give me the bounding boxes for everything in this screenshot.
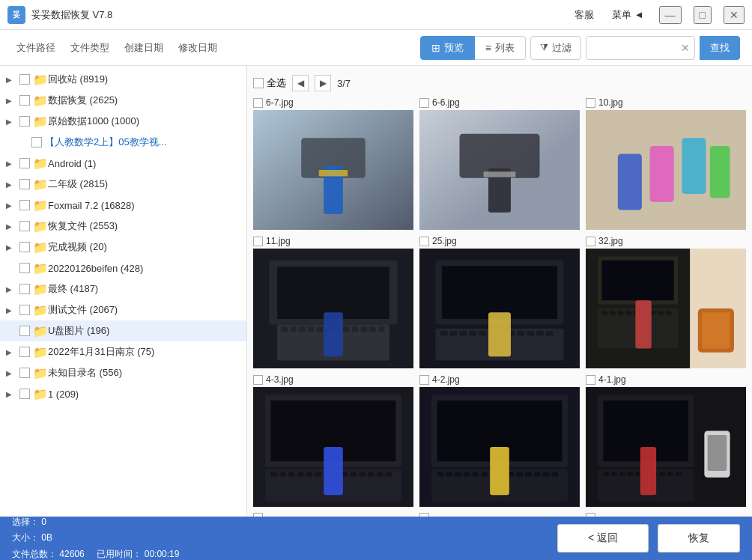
search-input[interactable] [586,42,676,53]
svg-rect-47 [488,312,511,356]
svg-rect-102 [490,447,509,495]
image-thumb-41[interactable] [586,387,746,507]
image-checkbox[interactable] [253,237,263,246]
list-toggle-btn[interactable]: ≡ 列表 [475,36,526,60]
item-label: 测试文件 (2067) [48,303,118,317]
filter-btn[interactable]: ⧩ 过滤 [530,36,581,60]
sidebar-item-recover-file[interactable]: ▶ 📁 恢复文件 (2553) [0,216,246,237]
list-icon: ≡ [485,42,491,54]
item-label: 【人教数学2上】05教学视... [45,136,167,149]
svg-rect-11 [650,146,674,202]
sidebar-item-dir1[interactable]: ▶ 📁 1 (209) [0,383,246,404]
sidebar-item-usb-images[interactable]: 📁 U盘图片 (196) [0,320,246,341]
svg-rect-81 [377,472,383,476]
modify-date-link[interactable]: 修改日期 [174,38,222,58]
folder-icon: 📁 [33,261,48,276]
sidebar-item-backup[interactable]: 📁 20220126beifen (428) [0,258,246,279]
svg-rect-119 [640,447,656,495]
checkbox-complete-video[interactable] [19,242,30,252]
expand-icon: ▶ [6,159,16,168]
checkbox-android[interactable] [19,158,30,168]
checkbox-education[interactable] [31,137,42,147]
checkbox-test-file[interactable] [19,305,30,315]
expand-icon: ▶ [6,306,16,314]
sidebar-item-unknown-dir[interactable]: ▶ 📁 未知目录名 (556) [0,362,246,383]
sidebar-item-android[interactable]: ▶ 📁 Android (1) [0,153,246,174]
sidebar-item-nanjing[interactable]: ▶ 📁 2022年1月31日南京 (75) [0,341,246,362]
item-label: 完成视频 (20) [48,240,107,254]
folder-icon: 📁 [33,387,48,401]
item-label: 数据恢复 (2625) [48,94,118,107]
file-path-link[interactable]: 文件路径 [12,38,60,58]
maximize-btn[interactable]: □ [694,6,712,24]
checkbox-dir1[interactable] [19,389,30,399]
sidebar-item-final[interactable]: ▶ 📁 最终 (4187) [0,279,246,299]
checkbox-recycle[interactable] [19,74,30,85]
image-checkbox[interactable] [586,513,595,517]
toolbar-right: ⊞ 预览 ≡ 列表 ⧩ 过滤 ✕ 查找 [420,36,740,60]
svg-rect-98 [525,472,532,476]
image-checkbox[interactable] [253,98,263,108]
folder-icon: 📁 [33,94,48,108]
svg-rect-45 [536,331,544,335]
image-thumb-43[interactable] [253,387,413,507]
checkbox-data-recovery[interactable] [19,95,30,106]
image-thumb-67[interactable] [253,110,413,230]
image-thumb-42[interactable] [419,387,580,507]
svg-rect-89 [446,472,452,476]
svg-rect-26 [352,327,359,332]
menu-btn[interactable]: 菜单 ◄ [609,7,647,23]
checkbox-usb-images[interactable] [19,326,30,336]
sidebar-item-test-file[interactable]: ▶ 📁 测试文件 (2067) [0,299,246,320]
image-thumb-32[interactable] [586,249,746,368]
back-button[interactable]: < 返回 [557,524,649,553]
svg-rect-93 [481,472,488,476]
sidebar-item-data-recovery[interactable]: ▶ 📁 数据恢复 (2625) [0,90,246,111]
sidebar-item-foxmail[interactable]: ▶ 📁 Foxmail 7.2 (16828) [0,195,246,216]
checkbox-unknown-dir[interactable] [19,368,30,378]
minimize-btn[interactable]: — [659,6,682,24]
select-all-checkbox[interactable] [253,78,264,88]
sidebar-item-recycle[interactable]: ▶ 📁 回收站 (8919) [0,69,246,90]
create-date-link[interactable]: 创建日期 [120,38,168,58]
image-thumb-11[interactable] [253,249,413,368]
preview-toggle-btn[interactable]: ⊞ 预览 [420,36,475,60]
app-logo: 妥 [7,6,25,24]
checkbox-backup[interactable] [19,263,30,273]
image-checkbox[interactable] [586,98,595,108]
nav-prev-btn[interactable]: ◀ [292,75,309,91]
close-btn[interactable]: ✕ [724,6,745,24]
checkbox-recover-file[interactable] [19,221,30,231]
svg-rect-10 [618,154,642,210]
image-thumb-10[interactable] [586,110,746,230]
image-label-42: 4-2.jpg [419,374,580,385]
nav-next-btn[interactable]: ▶ [315,75,331,91]
restore-button[interactable]: 恢复 [658,524,740,553]
image-checkbox[interactable] [586,375,595,385]
svg-rect-27 [360,327,367,332]
checkbox-final[interactable] [19,284,30,294]
image-checkbox[interactable] [419,375,429,385]
image-checkbox[interactable] [586,237,595,246]
checkbox-grade2[interactable] [19,179,30,189]
checkbox-original-data[interactable] [19,116,30,127]
checkbox-foxmail[interactable] [19,200,30,210]
search-button[interactable]: 查找 [700,36,740,60]
item-label: 二年级 (2815) [48,177,108,191]
image-checkbox[interactable] [419,98,429,108]
image-thumb-25[interactable] [419,249,580,368]
svg-rect-25 [343,327,350,332]
search-clear-btn[interactable]: ✕ [676,42,694,54]
sidebar-item-complete-video[interactable]: ▶ 📁 完成视频 (20) [0,237,246,258]
customer-service-btn[interactable]: 客服 [571,7,597,23]
checkbox-nanjing[interactable] [19,347,30,357]
sidebar-item-grade2[interactable]: ▶ 📁 二年级 (2815) [0,174,246,195]
image-checkbox[interactable] [253,375,263,385]
image-thumb-66[interactable] [419,110,580,230]
sidebar-item-education[interactable]: 【人教数学2上】05教学视... [0,132,246,153]
window-controls: 客服 菜单 ◄ — □ ✕ [571,6,745,24]
image-checkbox[interactable] [419,237,429,246]
file-type-link[interactable]: 文件类型 [66,38,114,58]
sidebar-item-original-data[interactable]: ▶ 📁 原始数据1000 (1000) [0,111,246,132]
list-item: 4-1.jpg [586,374,746,507]
